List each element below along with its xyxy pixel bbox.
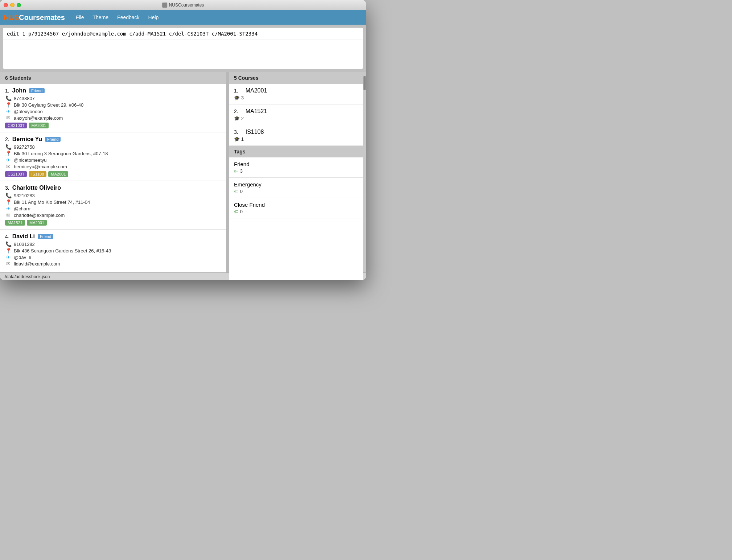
student-phone: 📞 99272758 — [5, 144, 221, 150]
courses-panel: 5 Courses 1. MA2001 🎓 3 2. — [229, 72, 363, 146]
email-icon: ✉ — [5, 261, 12, 267]
student-telegram: ✈ @nicetomeetyu — [5, 157, 221, 163]
course-tags: CS2103T MA2001 — [5, 123, 221, 128]
command-input[interactable] — [3, 28, 363, 40]
course-tags: CS2103T IS1108 MA2001 — [5, 171, 221, 177]
student-item: 2. Bernice Yu Friend 📞 99272758 📍 Blk 30… — [0, 132, 226, 181]
student-name-row: 2. Bernice Yu Friend — [5, 136, 221, 143]
tag-count-icon: 🏷 — [234, 209, 239, 214]
tags-list[interactable]: Friend 🏷 3 Emergency 🏷 0 Close Friend — [229, 157, 363, 280]
minimize-button[interactable] — [10, 3, 15, 7]
course-tags: MA1521 MA2001 — [5, 220, 221, 226]
email-icon: ✉ — [5, 164, 12, 169]
logo-coursemates: Coursemates — [19, 13, 65, 21]
tag-name: Close Friend — [234, 202, 358, 208]
menu-items: File Theme Feedback Help — [72, 13, 162, 22]
student-address: 📍 Blk 30 Geylang Street 29, #06-40 — [5, 102, 221, 108]
email-icon: ✉ — [5, 115, 12, 121]
students-list[interactable]: 1. John Friend 📞 87438807 📍 Blk 30 Geyla… — [0, 84, 226, 272]
maximize-button[interactable] — [17, 3, 21, 7]
students-scrollbar[interactable] — [226, 72, 229, 272]
right-scroll-thumb — [363, 76, 366, 90]
student-address: 📍 Blk 436 Serangoon Gardens Street 26, #… — [5, 248, 221, 254]
student-count-icon: 🎓 — [234, 116, 240, 121]
telegram-icon: ✈ — [5, 206, 12, 211]
student-number: 2. — [5, 136, 9, 142]
student-email: ✉ berniceyu@example.com — [5, 164, 221, 169]
student-count-icon: 🎓 — [234, 136, 240, 142]
student-item: 3. Charlotte Oliveiro 📞 93210283 📍 Blk 1… — [0, 181, 226, 230]
location-icon: 📍 — [5, 248, 12, 254]
student-name-row: 1. John Friend — [5, 87, 221, 94]
tag-item: Close Friend 🏷 0 — [229, 198, 363, 218]
location-icon: 📍 — [5, 102, 12, 108]
courses-list[interactable]: 1. MA2001 🎓 3 2. MA1521 — [229, 84, 363, 146]
course-tag: IS1108 — [29, 171, 46, 177]
tags-panel: Tags Friend 🏷 3 Emergency 🏷 0 — [229, 146, 363, 272]
menu-file[interactable]: File — [72, 13, 88, 22]
student-telegram: ✈ @alexyooooo — [5, 108, 221, 114]
status-text: ./data/addressbook.json — [4, 274, 50, 279]
course-tag: CS2103T — [5, 171, 27, 177]
tag-count: 🏷 0 — [234, 189, 358, 194]
course-tag: MA1521 — [5, 220, 25, 226]
course-item: 1. MA2001 🎓 3 — [229, 84, 363, 104]
student-name: Bernice Yu — [12, 136, 42, 143]
window-title: NUSCoursemates — [162, 3, 204, 8]
menu-feedback[interactable]: Feedback — [114, 13, 143, 22]
course-item: 3. IS1108 🎓 1 — [229, 125, 363, 146]
tag-count-icon: 🏷 — [234, 168, 239, 174]
student-name-row: 4. David Li Friend — [5, 233, 221, 240]
student-telegram: ✈ @dav_li — [5, 254, 221, 260]
course-count: 🎓 1 — [234, 136, 358, 142]
students-header: 6 Students — [0, 72, 226, 84]
tag-name: Emergency — [234, 181, 358, 188]
phone-icon: 📞 — [5, 241, 12, 247]
app-logo: NUSCoursemates — [4, 13, 65, 22]
email-icon: ✉ — [5, 212, 12, 218]
right-panels: 5 Courses 1. MA2001 🎓 3 2. — [229, 72, 363, 272]
course-tag: MA2001 — [48, 171, 68, 177]
phone-icon: 📞 — [5, 144, 12, 150]
traffic-lights — [4, 3, 21, 7]
close-button[interactable] — [4, 3, 8, 7]
students-panel: 6 Students 1. John Friend 📞 87438807 📍 B… — [0, 72, 226, 272]
command-output — [3, 40, 363, 69]
tag-item: Friend 🏷 3 — [229, 157, 363, 178]
course-name: MA1521 — [246, 108, 267, 115]
student-name: David Li — [12, 233, 35, 240]
student-item: 1. John Friend 📞 87438807 📍 Blk 30 Geyla… — [0, 84, 226, 132]
app-icon — [162, 3, 167, 8]
course-item: 2. MA1521 🎓 2 — [229, 104, 363, 125]
tag-name: Friend — [234, 161, 358, 167]
telegram-icon: ✈ — [5, 108, 12, 114]
student-count-icon: 🎓 — [234, 95, 240, 100]
menu-help[interactable]: Help — [145, 13, 163, 22]
student-phone: 📞 93210283 — [5, 193, 221, 198]
course-tag: MA2001 — [27, 220, 47, 226]
course-tag: MA2001 — [29, 123, 49, 128]
course-name-row: 2. MA1521 — [234, 108, 358, 115]
location-icon: 📍 — [5, 151, 12, 156]
course-number: 2. — [234, 108, 238, 114]
tags-header: Tags — [229, 146, 363, 157]
menu-theme[interactable]: Theme — [89, 13, 112, 22]
main-content: 6 Students 1. John Friend 📞 87438807 📍 B… — [0, 72, 366, 272]
tag-count: 🏷 0 — [234, 209, 358, 214]
tag-count-icon: 🏷 — [234, 189, 239, 194]
course-name: MA2001 — [246, 87, 267, 94]
menu-bar: NUSCoursemates File Theme Feedback Help — [0, 10, 366, 25]
courses-header: 5 Courses — [229, 72, 363, 84]
student-number: 4. — [5, 234, 9, 239]
student-email: ✉ lidavid@example.com — [5, 261, 221, 267]
student-telegram: ✈ @charrr — [5, 206, 221, 211]
course-name-row: 1. MA2001 — [234, 87, 358, 94]
student-number: 1. — [5, 88, 9, 94]
student-email: ✉ charlotte@example.com — [5, 212, 221, 218]
student-phone: 📞 91031282 — [5, 241, 221, 247]
student-name-row: 3. Charlotte Oliveiro — [5, 185, 221, 191]
title-bar: NUSCoursemates — [0, 0, 366, 10]
right-scrollbar[interactable] — [363, 72, 366, 272]
student-address: 📍 Blk 30 Lorong 3 Serangoon Gardens, #07… — [5, 151, 221, 156]
telegram-icon: ✈ — [5, 157, 12, 163]
